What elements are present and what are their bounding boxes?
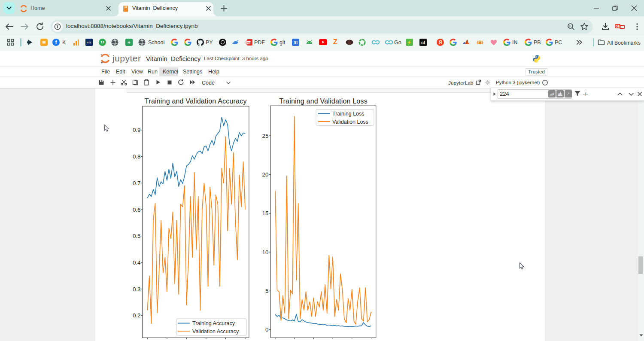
svg-text:20: 20 — [262, 171, 269, 178]
svg-text:0.8: 0.8 — [133, 153, 141, 160]
svg-text:Validation Accuracy: Validation Accuracy — [192, 329, 239, 335]
svg-text:Training Loss: Training Loss — [332, 111, 365, 117]
svg-text:25: 25 — [262, 133, 269, 139]
svg-text:Training and Validation Accura: Training and Validation Accuracy — [145, 97, 247, 105]
svg-text:0.3: 0.3 — [133, 286, 141, 292]
svg-text:0.9: 0.9 — [133, 127, 141, 133]
svg-text:5: 5 — [265, 288, 268, 294]
svg-text:0.2: 0.2 — [133, 312, 141, 319]
svg-text:15: 15 — [262, 210, 269, 216]
svg-text:0.5: 0.5 — [133, 233, 141, 239]
svg-text:DB: DB — [616, 25, 620, 28]
svg-text:0: 0 — [265, 326, 268, 333]
svg-text:PDF: PDF — [247, 42, 252, 44]
svg-text:Training and Validation Loss: Training and Validation Loss — [279, 97, 368, 105]
svg-text:10: 10 — [262, 249, 269, 256]
svg-text:0.6: 0.6 — [133, 207, 141, 213]
svg-text:Training Accuracy: Training Accuracy — [192, 320, 235, 326]
svg-text:Validation Loss: Validation Loss — [332, 119, 368, 125]
svg-text:0.7: 0.7 — [133, 180, 141, 186]
svg-text:0.4: 0.4 — [133, 259, 141, 266]
